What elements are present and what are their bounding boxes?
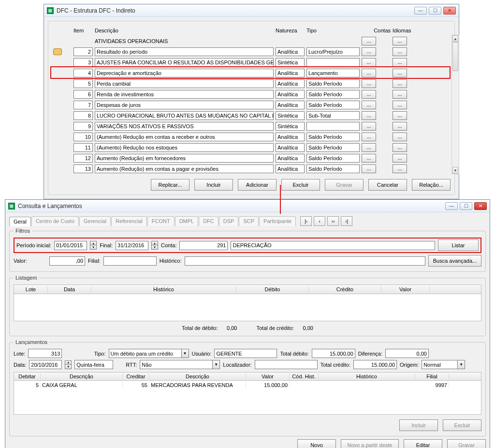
idiomas-button[interactable]: ... (393, 122, 407, 131)
cell-natureza[interactable]: Analítica (276, 101, 305, 109)
col-creditar[interactable]: Creditar (123, 373, 149, 379)
cell-item[interactable]: 7 (73, 101, 93, 109)
cell-tipo[interactable]: Saldo Período (306, 164, 360, 173)
cell-natureza[interactable]: Analítica (276, 90, 305, 99)
titlebar[interactable]: ⊞ DFC - Estrutura DFC - Indireto — ☐ ✕ (44, 4, 459, 17)
grid-row[interactable]: 13 Aumento (Redução) em contas a pagar e… (52, 164, 449, 174)
nav-first[interactable]: |‹ (300, 216, 312, 226)
valor-input[interactable] (49, 256, 85, 266)
relacao-button[interactable]: Relação... (412, 179, 451, 191)
tipo-combo-drop[interactable]: ▼ (181, 349, 189, 358)
cell-item[interactable]: 10 (73, 133, 93, 141)
rtt-combo[interactable] (140, 360, 212, 369)
col-lote[interactable]: Lote (14, 286, 48, 292)
cell-tipo[interactable]: Saldo Período (306, 133, 360, 141)
cell-natureza[interactable]: Analítica (276, 79, 305, 88)
contas-button[interactable]: ... (362, 154, 376, 163)
cell-descricao[interactable]: Despesas de juros (95, 101, 274, 109)
origem-combo-drop[interactable]: ▼ (457, 360, 465, 369)
cell-item[interactable]: 11 (73, 143, 93, 152)
col-debito[interactable]: Débito (236, 286, 309, 292)
conta-desc-input[interactable] (231, 241, 435, 250)
cell-tipo[interactable]: Saldo Período (306, 90, 360, 99)
contas-button[interactable]: ... (362, 143, 376, 152)
incluir-button[interactable]: Incluir (194, 179, 233, 191)
tab-centro-de-custo[interactable]: Centro de Custo (31, 216, 79, 226)
adicionar-button[interactable]: Adicionar (238, 179, 277, 191)
grid-row[interactable]: 5 Perda cambial Analítica Saldo Período … (52, 78, 449, 89)
grid-row[interactable]: 2 Resultado do período Analítica Lucro/P… (52, 46, 449, 57)
col-data[interactable]: Data (48, 286, 91, 292)
lote-input[interactable] (28, 349, 62, 358)
periodo-inicial-spinner[interactable]: ▲▼ (90, 241, 97, 250)
cell-tipo[interactable]: Sub-Total (306, 111, 360, 120)
cell-item[interactable]: 2 (73, 47, 93, 56)
contas-button[interactable]: ... (362, 69, 376, 77)
idiomas-button[interactable]: ... (393, 133, 407, 141)
cell-natureza[interactable]: Analítica (276, 47, 305, 56)
usuario-input[interactable] (214, 349, 277, 358)
col-credito[interactable]: Crédito (309, 286, 381, 292)
scroll-down[interactable]: ▼ (452, 167, 458, 174)
grid-row[interactable]: 4 Depreciação e amortização Analítica La… (52, 68, 449, 78)
tab-dfc[interactable]: DFC (199, 216, 218, 226)
cell-tipo[interactable]: Saldo Período (306, 101, 360, 109)
col-desc2[interactable]: Descrição (149, 373, 246, 379)
cell-descricao[interactable]: (Aumento) Redução nos estoques (95, 143, 274, 152)
cell-tipo[interactable] (306, 122, 360, 131)
idiomas-button[interactable]: ... (393, 111, 407, 120)
idiomas-button[interactable]: ... (393, 58, 407, 67)
cell-descricao[interactable]: Depreciação e amortização (95, 69, 274, 77)
contas-button[interactable]: ... (362, 133, 376, 141)
col-debitar[interactable]: Debitar (14, 373, 41, 379)
tab-geral[interactable]: Geral (9, 217, 31, 226)
cell-item[interactable]: 12 (73, 154, 93, 163)
historico-input[interactable] (185, 256, 425, 266)
nav-next[interactable]: ›› (327, 216, 339, 226)
data-spinner[interactable]: ▲▼ (65, 360, 72, 369)
cell-descricao[interactable]: AJUSTES PARA CONCILIAR O RESULTADO ÀS DI… (95, 58, 274, 67)
nav-prev[interactable]: ‹ (314, 216, 325, 226)
contas-button[interactable]: ... (362, 47, 376, 56)
idiomas-button[interactable]: ... (393, 90, 407, 99)
cell-natureza[interactable]: Analítica (276, 133, 305, 141)
idiomas-button[interactable]: ... (393, 69, 407, 77)
tab-referencial[interactable]: Referencial (111, 216, 147, 226)
novo-button[interactable]: Novo (297, 439, 336, 448)
excluir-button[interactable]: Excluir (281, 179, 320, 191)
final-spinner[interactable]: ▲▼ (151, 241, 158, 250)
lanc-table-row[interactable]: 5 CAIXA GERAL 55 MERCADORIAS PARA REVEND… (14, 381, 481, 389)
cell-descricao[interactable]: Aumento (Redução) em fornecedores (95, 154, 274, 163)
close-button[interactable]: ✕ (443, 7, 456, 15)
origem-combo[interactable] (422, 360, 457, 369)
idiomas-button[interactable]: ... (393, 37, 407, 45)
col-hist[interactable]: Histórico (319, 373, 415, 379)
tab-participante[interactable]: Participante (259, 216, 296, 226)
cell-descricao[interactable]: Aumento (Redução) em contas a pagar e pr… (95, 164, 274, 173)
busca-avancada-button[interactable]: Busca avançada... (428, 255, 481, 267)
conta-cod-input[interactable] (179, 241, 228, 250)
cell-natureza[interactable]: Analítica (276, 164, 305, 173)
contas-button[interactable]: ... (362, 58, 376, 67)
tab-fcont[interactable]: FCONT (147, 216, 175, 226)
localizador-input[interactable] (255, 360, 318, 369)
cell-tipo[interactable]: Lucro/Prejuízo (306, 47, 360, 56)
idiomas-button[interactable]: ... (393, 164, 407, 173)
contas-button[interactable]: ... (362, 101, 376, 109)
periodo-inicial-input[interactable] (54, 241, 87, 250)
tab-gerencial[interactable]: Gerencial (79, 216, 111, 226)
rtt-combo-drop[interactable]: ▼ (212, 360, 220, 369)
cell-item[interactable]: 9 (73, 122, 93, 131)
contas-button[interactable]: ... (362, 111, 376, 120)
cancelar-button[interactable]: Cancelar (368, 179, 407, 191)
maximize-button[interactable]: ☐ (460, 202, 472, 210)
cell-item[interactable]: 6 (73, 90, 93, 99)
grid-row[interactable]: 8 LUCRO OPERACIONAL BRUTO ANTES DAS MUDA… (52, 110, 449, 121)
grid-row[interactable]: 3 AJUSTES PARA CONCILIAR O RESULTADO ÀS … (52, 57, 449, 68)
minimize-button[interactable]: — (414, 7, 427, 15)
filial-input[interactable] (103, 256, 157, 266)
cell-tipo[interactable]: Saldo Período (306, 79, 360, 88)
col-valor[interactable]: Valor (246, 373, 290, 379)
cell-natureza[interactable]: Analítica (276, 143, 305, 152)
cell-tipo[interactable]: Lançamento (306, 69, 360, 77)
